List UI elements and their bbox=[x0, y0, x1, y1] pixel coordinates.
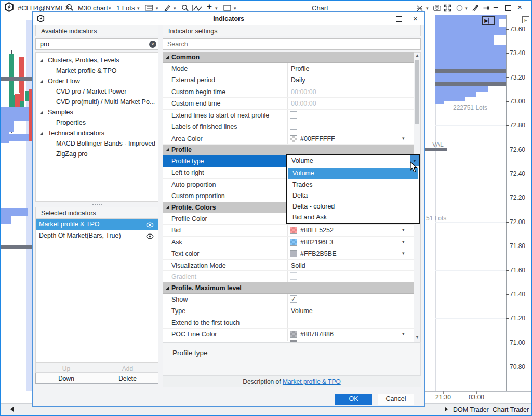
dialog-close-icon[interactable]: × bbox=[413, 14, 418, 23]
color-swatch[interactable] bbox=[290, 135, 297, 142]
tree-item-properties[interactable]: Properties bbox=[35, 119, 158, 129]
tree-group-samples[interactable]: Samples bbox=[35, 108, 158, 119]
panel-splitter-grip[interactable] bbox=[92, 204, 94, 205]
tree-item-zigzag-pro[interactable]: ZigZag pro bbox=[35, 150, 158, 160]
lots-caret-icon[interactable]: ▾ bbox=[137, 6, 140, 11]
selected-item-depth-of-market[interactable]: Depth Of Market(Bars, True) bbox=[36, 230, 158, 242]
selected-item-market-profile[interactable]: Market profile & TPO bbox=[36, 219, 158, 230]
row-value[interactable]: Profile bbox=[291, 65, 309, 72]
dropdown-option-bid-and-ask[interactable]: Bid and Ask bbox=[288, 212, 418, 223]
link-channels-icon[interactable] bbox=[417, 5, 423, 11]
screenshot-camera-icon[interactable] bbox=[433, 5, 441, 11]
row-poc-line-color[interactable]: POC Line Color#80787B86▾ bbox=[163, 329, 414, 340]
tree-group-clusters[interactable]: Clusters, Profiles, Levels bbox=[35, 56, 158, 67]
zoom-tool-icon[interactable] bbox=[181, 4, 189, 11]
row-value[interactable]: 00:00:00 bbox=[291, 100, 316, 107]
timeframe-caret-icon[interactable]: ▾ bbox=[109, 6, 111, 11]
color-swatch[interactable] bbox=[290, 239, 297, 246]
row-value[interactable]: Volume bbox=[291, 307, 313, 315]
tree-item-market-profile-tpo[interactable]: Market profile & TPO bbox=[35, 67, 158, 77]
section-profile-maximum-level[interactable]: Profile. Maximum level bbox=[163, 282, 414, 294]
section-profile[interactable]: Profile bbox=[163, 145, 414, 155]
dropdown-option-delta[interactable]: Delta bbox=[288, 190, 418, 201]
delete-button[interactable]: Delete bbox=[97, 373, 158, 384]
go-to-realtime-button[interactable]: ▶▏ bbox=[482, 16, 495, 25]
row-external-period[interactable]: External periodDaily bbox=[163, 74, 414, 86]
close-window-icon[interactable]: × bbox=[517, 3, 522, 11]
dialog-maximize-icon[interactable] bbox=[396, 16, 402, 22]
checkbox-unchecked[interactable] bbox=[290, 319, 297, 326]
combo-caret-icon[interactable]: ▾ bbox=[402, 227, 405, 232]
rectangle-tool-icon[interactable] bbox=[223, 5, 231, 11]
maximize-window-icon[interactable] bbox=[505, 5, 511, 11]
row-custom-end-time[interactable]: Custom end time00:00:00 bbox=[163, 98, 414, 110]
section-common[interactable]: Common bbox=[163, 52, 414, 63]
drawing-pencil-icon[interactable] bbox=[164, 4, 171, 11]
panel-expand-icon[interactable] bbox=[445, 407, 448, 412]
collapse-up-icon[interactable] bbox=[41, 30, 45, 32]
section-expander-icon[interactable] bbox=[166, 56, 169, 59]
cancel-button[interactable]: Cancel bbox=[378, 394, 414, 405]
combo-caret-icon[interactable]: ▾ bbox=[402, 331, 405, 336]
row-type[interactable]: TypeVolume bbox=[163, 305, 414, 317]
pencil-caret-icon[interactable]: ▾ bbox=[174, 6, 176, 11]
tree-item-macd-bollinger[interactable]: MACD Bollinger Bands - Improved bbox=[35, 139, 158, 150]
rectangle-caret-icon[interactable]: ▾ bbox=[234, 6, 236, 11]
color-swatch[interactable] bbox=[290, 227, 297, 234]
dialog-minimize-icon[interactable]: – bbox=[378, 14, 382, 22]
row-ask-color[interactable]: Ask#802196F3▾ bbox=[163, 237, 414, 248]
color-swatch[interactable] bbox=[290, 331, 297, 338]
combo-caret-icon[interactable]: ▾ bbox=[402, 239, 405, 244]
dropdown-option-volume[interactable]: Volume bbox=[288, 168, 418, 179]
tree-expander-icon[interactable] bbox=[40, 59, 43, 62]
move-up-button[interactable]: Up bbox=[35, 363, 97, 373]
row-extend-first-touch[interactable]: Extend to the first touch bbox=[163, 317, 414, 329]
symbol-ring-icon[interactable] bbox=[456, 5, 463, 11]
settings-search-input[interactable] bbox=[163, 38, 421, 50]
tab-dom-trader[interactable]: DOM Trader bbox=[453, 406, 489, 413]
checkbox-unchecked[interactable] bbox=[290, 272, 297, 280]
link-caret-icon[interactable]: ▾ bbox=[426, 6, 429, 11]
pin-icon[interactable] bbox=[483, 5, 489, 11]
tree-expander-icon[interactable] bbox=[40, 111, 43, 114]
add-indicator-icon[interactable]: + bbox=[207, 2, 212, 12]
panels-caret-icon[interactable]: ▾ bbox=[156, 6, 158, 11]
add-button[interactable]: Add bbox=[97, 363, 158, 373]
indicator-wave-icon[interactable] bbox=[192, 5, 203, 11]
symbol-selector[interactable]: #CLH4@NYMEX bbox=[18, 4, 70, 12]
timeframe-selector[interactable]: M30 chart bbox=[78, 4, 108, 12]
row-value[interactable]: Solid bbox=[291, 262, 305, 269]
scrollbar-down-icon[interactable]: ▼ bbox=[415, 335, 419, 340]
tab-chart-trader[interactable]: Chart Trader bbox=[493, 406, 529, 413]
row-gradient[interactable]: Gradient bbox=[163, 271, 414, 282]
settings-tools-icon[interactable] bbox=[472, 5, 479, 11]
add-caret-icon[interactable]: ▾ bbox=[215, 6, 218, 11]
scrollbar-thumb[interactable] bbox=[415, 60, 419, 124]
checkbox-checked[interactable]: ✓ bbox=[290, 295, 297, 303]
fullscreen-icon[interactable] bbox=[444, 4, 451, 12]
move-down-button[interactable]: Down bbox=[35, 373, 97, 384]
row-extend-lines[interactable]: Extend lines to start of next profile bbox=[163, 110, 414, 121]
section-expander-icon[interactable] bbox=[166, 287, 169, 290]
tree-expander-icon[interactable] bbox=[40, 80, 43, 83]
tree-group-technical-indicators[interactable]: Technical indicators bbox=[35, 129, 158, 139]
checkbox-unchecked[interactable] bbox=[290, 111, 297, 119]
app-logo-icon[interactable] bbox=[4, 2, 14, 12]
combo-caret-icon[interactable]: ▾ bbox=[402, 136, 405, 141]
description-link[interactable]: Market profile & TPO bbox=[283, 378, 341, 385]
ring-caret-icon[interactable]: ▾ bbox=[465, 6, 468, 11]
dropdown-option-delta-colored[interactable]: Delta - colored bbox=[288, 201, 418, 212]
tree-item-cvd-pro-multi[interactable]: CVD pro(multi) / Multi Market Po... bbox=[35, 98, 158, 108]
section-expander-icon[interactable] bbox=[166, 148, 169, 151]
row-custom-begin-time[interactable]: Custom begin time00:00:00 bbox=[163, 86, 414, 98]
combo-box[interactable]: Volume ▼ bbox=[287, 155, 419, 167]
tree-item-cvd-pro[interactable]: CVD pro / Market Power bbox=[35, 87, 158, 98]
section-expander-icon[interactable] bbox=[166, 206, 169, 209]
fit-price-scale-button[interactable]: F bbox=[522, 16, 529, 23]
dropdown-option-trades[interactable]: Trades bbox=[288, 179, 418, 190]
minimize-window-icon[interactable]: – bbox=[494, 2, 498, 11]
row-show[interactable]: Show✓ bbox=[163, 294, 414, 305]
row-area-color[interactable]: Area Color#00FFFFFF▾ bbox=[163, 133, 414, 145]
panels-icon[interactable] bbox=[145, 5, 153, 11]
combo-caret-icon[interactable]: ▾ bbox=[402, 251, 405, 256]
